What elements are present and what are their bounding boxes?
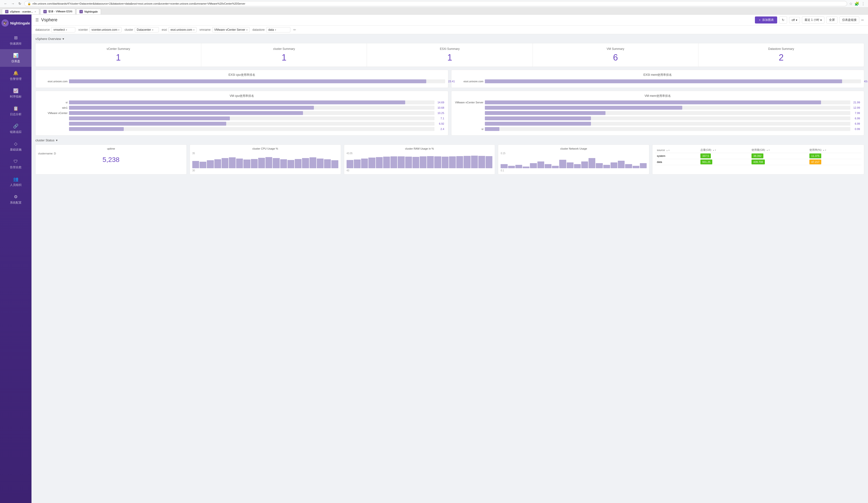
- add-chart-button[interactable]: ＋ 添加图表: [755, 17, 777, 23]
- sidebar-item-log-analysis[interactable]: 📋 日志分析: [0, 102, 31, 120]
- esxi-arrow-icon: ▾: [193, 29, 195, 31]
- tab-label-esxi: 登录 - VMware ESXi: [48, 10, 72, 13]
- total-sort-icon[interactable]: ▲▼: [713, 149, 716, 151]
- tab-esxi[interactable]: v 登录 - VMware ESXi: [40, 9, 75, 14]
- sidebar-item-tracing[interactable]: 🔗 链路追踪: [0, 120, 31, 137]
- sidebar-item-alert-self-healing[interactable]: 🛡 告管自愈: [0, 155, 31, 173]
- sidebar-item-alert-management[interactable]: 🔔 告警管理: [0, 67, 31, 84]
- sidebar-logo: 🦅 Nightingale: [1, 17, 30, 31]
- back-button[interactable]: ←: [3, 1, 8, 6]
- vm-mem-bar-item-2: 7.99: [454, 111, 861, 115]
- vm-mem-bar-container-0: 21.99: [485, 101, 850, 104]
- vm-cpu-bar-container-4: 6.92: [69, 122, 434, 126]
- datasource-select[interactable]: vmselect ▾: [51, 27, 75, 32]
- datastore-row-0-total-cell: 337.5: [700, 154, 711, 158]
- vm-charts-row: VM cpu使用率排名 vi 14.69 win1: [35, 91, 864, 136]
- extensions-icon[interactable]: 🧩: [855, 1, 859, 6]
- vm-cpu-bar-fill-3: [69, 116, 230, 120]
- tab-nightingale[interactable]: n Nightingale: [76, 9, 101, 14]
- tab-close-vsphere[interactable]: ×: [34, 10, 36, 13]
- esxi-cpu-chart-title: EXSI cpu使用率排名: [39, 73, 445, 77]
- network-y-mid: 0.1: [500, 169, 647, 172]
- esxi-mem-bar-item-0: esxi.unixsre.com 43.01: [454, 80, 861, 83]
- vm-cpu-bar-fill-0: [69, 101, 405, 104]
- logo-text: Nightingale: [10, 21, 30, 25]
- fullscreen-button[interactable]: 全屏: [826, 17, 837, 23]
- time-range-dropdown[interactable]: 最近 1 小时 ▾: [802, 17, 824, 23]
- vmname-select[interactable]: VMware vCenter Server ▾: [212, 27, 250, 32]
- vm-cpu-bar-item-4: 6.92: [39, 122, 445, 126]
- vcenter-select[interactable]: vcenter.unixsre.com ▾: [89, 27, 122, 32]
- tracing-icon: 🔗: [13, 123, 19, 129]
- vcenter-value: vcenter.unixsre.com: [92, 28, 117, 31]
- datastore-row-0-percent-cell: 11.375: [809, 154, 822, 158]
- percent-sort-icon[interactable]: ▲▼: [823, 149, 827, 151]
- tab-favicon-vsphere: v: [5, 10, 9, 13]
- vm-cpu-bar-fill-1: [69, 106, 314, 109]
- vm-mem-bar-container-1: 12.99: [485, 106, 850, 109]
- sidebar-item-organization[interactable]: 👥 人员组织: [0, 173, 31, 190]
- esxi-mem-bars: esxi.unixsre.com 43.01: [454, 80, 861, 83]
- cpu-usage-mini-chart: [192, 155, 338, 169]
- sidebar-item-label-system-config: 系统配置: [10, 201, 22, 205]
- forward-button[interactable]: →: [10, 1, 16, 6]
- dashboard-header: ☰ Vsphere ＋ 添加图表 ↻ off ▾ 最近 1 小时 ▾: [31, 14, 868, 26]
- sidebar-navigation: ⊞ 快速跳转 📊 仪表盘 🔔 告警管理 📈 时序指标 📋 日志分析: [0, 31, 31, 208]
- vm-cpu-bar-item-3: 7.1: [39, 116, 445, 120]
- dashboard-link-button[interactable]: 仪表盘链接: [839, 17, 859, 23]
- vm-mem-bar-item-5: vi 0.99: [454, 127, 861, 131]
- cluster-select[interactable]: Datacenter ▾: [135, 27, 159, 32]
- main-content: ☰ Vsphere ＋ 添加图表 ↻ off ▾ 最近 1 小时 ▾: [31, 14, 868, 503]
- dashboard-icon: 📊: [13, 53, 19, 58]
- sidebar-item-label-infrastructure: 基础设施: [10, 148, 22, 152]
- sidebar-item-label-quick-jump: 快速跳转: [10, 42, 22, 46]
- vm-mem-bar-fill-1: [485, 106, 682, 109]
- tab-label-vsphere: vSphere - vcenter...: [10, 10, 33, 13]
- esxi-cpu-bar-item-0: esxi.unixsre.com 23.41: [39, 80, 445, 83]
- vm-cpu-bar-value-3: 7.1: [441, 116, 444, 120]
- esxi-filter: esxi esxi.unixsre.com ▾: [162, 27, 197, 32]
- sidebar-item-label-alert-management: 告警管理: [10, 77, 22, 81]
- vm-cpu-chart-title: VM cpu使用率排名: [39, 94, 445, 98]
- datasource-arrow-icon: ▾: [66, 29, 67, 31]
- sidebar-item-time-series[interactable]: 📈 时序指标: [0, 84, 31, 102]
- vm-cpu-bar-fill-4: [69, 122, 226, 126]
- vm-cpu-bar-label-0: vi: [39, 101, 68, 104]
- ram-y-mid: 43: [347, 169, 493, 172]
- datastore-filter: datastore data ▾: [252, 27, 290, 32]
- browser-bar: ← → ↻ 🔒 n9e.unixsre.com/dashboards/4?clu…: [0, 0, 868, 8]
- sidebar-item-system-config[interactable]: ⚙ 系统配置: [0, 190, 31, 208]
- datastore-col-source: source ▲▼: [655, 147, 699, 153]
- cluster-filter: cluster Datacenter ▾: [124, 27, 159, 32]
- sidebar-item-dashboard[interactable]: 📊 仪表盘: [0, 49, 31, 67]
- source-sort-icon[interactable]: ▲▼: [666, 149, 670, 151]
- bookmark-icon[interactable]: ☆: [849, 1, 852, 6]
- datastore-row-1-used: 439.708: [750, 159, 807, 165]
- refresh-button[interactable]: ↻: [779, 17, 787, 23]
- menu-dots-icon[interactable]: ⋮: [861, 1, 865, 6]
- esxi-cpu-chart-panel: EXSI cpu使用率排名 esxi.unixsre.com 23.41: [35, 70, 448, 88]
- vsphere-overview-header[interactable]: vSphere Overview ▾: [35, 37, 864, 41]
- cpu-usage-title: cluster CPU Usage %: [192, 147, 338, 150]
- sidebar-item-quick-jump[interactable]: ⊞ 快速跳转: [0, 31, 31, 49]
- off-dropdown[interactable]: off ▾: [789, 17, 800, 23]
- datastore-select[interactable]: data ▾: [266, 27, 290, 32]
- filters-edit-icon[interactable]: ✏: [293, 28, 296, 32]
- uptime-card: uptime clustername: D 5,238: [35, 145, 187, 175]
- esxi-mem-chart-title: EXSI mem使用率排名: [454, 73, 861, 77]
- esxi-select[interactable]: esxi.unixsre.com ▾: [168, 27, 196, 32]
- menu-toggle-icon[interactable]: ☰: [35, 18, 39, 22]
- esxi-mem-bar-label-0: esxi.unixsre.com: [454, 80, 483, 83]
- cluster-status-header[interactable]: cluster Status ▾: [35, 138, 864, 142]
- sidebar-item-infrastructure[interactable]: ◇ 基础设施: [0, 137, 31, 155]
- datastore-row-0-used: 38.392: [750, 153, 807, 159]
- cpu-y-mid: 30: [192, 169, 338, 172]
- vmname-label: vmname: [199, 28, 211, 31]
- vm-mem-bar-value-1: 12.99: [853, 106, 860, 109]
- tab-vsphere[interactable]: v vSphere - vcenter... ×: [2, 9, 39, 14]
- used-sort-icon[interactable]: ▲▼: [766, 149, 770, 151]
- url-bar[interactable]: 🔒 n9e.unixsre.com/dashboards/4?cluster=D…: [24, 1, 847, 6]
- datastore-row-1-percent: 47.217: [807, 159, 861, 165]
- reload-button[interactable]: ↻: [18, 1, 22, 6]
- edit-icon[interactable]: ✏: [861, 18, 864, 22]
